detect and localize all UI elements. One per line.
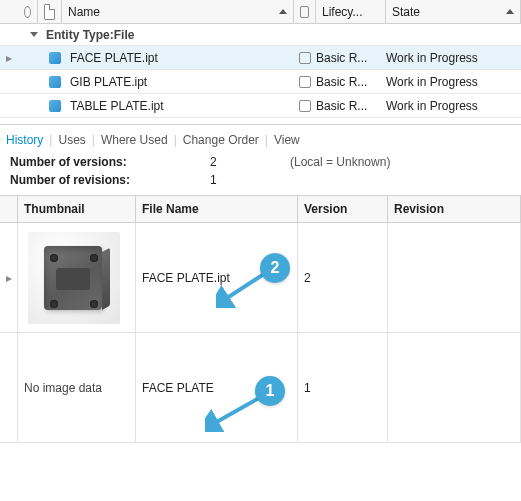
row-handle[interactable] xyxy=(0,333,18,442)
detail-tabs: History| Uses| Where Used| Change Order|… xyxy=(0,124,521,153)
lifecycle-checkbox[interactable] xyxy=(299,52,311,64)
tab-uses[interactable]: Uses xyxy=(58,133,85,147)
tab-where-used[interactable]: Where Used xyxy=(101,133,168,147)
file-name: FACE PLATE.ipt xyxy=(70,51,158,65)
revision-cell xyxy=(388,223,521,332)
lifecycle-checkbox[interactable] xyxy=(299,76,311,88)
versions-value: 2 xyxy=(210,155,290,169)
sort-asc-icon xyxy=(506,9,514,14)
file-row[interactable]: ▸FACE PLATE.iptBasic R...Work in Progres… xyxy=(0,46,521,70)
thumbnail-cell: No image data xyxy=(18,333,136,442)
svg-line-3 xyxy=(213,398,259,424)
file-name: GIB PLATE.ipt xyxy=(70,75,147,89)
select-all-radio[interactable] xyxy=(24,6,31,18)
sort-asc-icon xyxy=(279,9,287,14)
column-header-name[interactable]: Name xyxy=(62,0,294,23)
callout-arrow-2 xyxy=(216,268,268,308)
group-label: Entity Type:File xyxy=(46,28,134,42)
no-image-label: No image data xyxy=(24,381,102,395)
file-list-body: ▸FACE PLATE.iptBasic R...Work in Progres… xyxy=(0,46,521,118)
tab-view[interactable]: View xyxy=(274,133,300,147)
lifecycle-checkbox[interactable] xyxy=(299,100,311,112)
file-name: TABLE PLATE.ipt xyxy=(70,99,164,113)
lifecycle-value: Basic R... xyxy=(316,51,367,65)
file-list-header: Name Lifecy... State xyxy=(0,0,521,24)
revisions-value: 1 xyxy=(210,173,290,187)
svg-line-1 xyxy=(224,274,264,300)
doc-type-icon xyxy=(44,4,55,20)
callout-badge-2: 2 xyxy=(260,253,290,283)
thumbnail-cell xyxy=(18,223,136,332)
ipt-file-icon xyxy=(48,51,62,65)
state-value: Work in Progress xyxy=(386,51,478,65)
tab-change-order[interactable]: Change Order xyxy=(183,133,259,147)
lifecycle-checkbox-header[interactable] xyxy=(300,6,309,18)
revision-cell xyxy=(388,333,521,442)
file-row[interactable]: GIB PLATE.iptBasic R...Work in Progress xyxy=(0,70,521,94)
column-header-state[interactable]: State xyxy=(386,0,521,23)
callout-badge-1: 1 xyxy=(255,376,285,406)
part-thumbnail xyxy=(24,228,124,328)
column-header-revision[interactable]: Revision xyxy=(388,196,521,222)
lifecycle-value: Basic R... xyxy=(316,99,367,113)
version-cell: 2 xyxy=(298,223,388,332)
file-row[interactable]: TABLE PLATE.iptBasic R...Work in Progres… xyxy=(0,94,521,118)
tab-history[interactable]: History xyxy=(6,133,43,147)
history-grid-header: Thumbnail File Name Version Revision xyxy=(0,195,521,223)
state-value: Work in Progress xyxy=(386,99,478,113)
ipt-file-icon xyxy=(48,75,62,89)
group-header-entity-type[interactable]: Entity Type:File xyxy=(0,24,521,46)
version-cell: 1 xyxy=(298,333,388,442)
column-header-thumbnail[interactable]: Thumbnail xyxy=(18,196,136,222)
row-handle[interactable]: ▸ xyxy=(0,223,18,332)
versions-local: (Local = Unknown) xyxy=(290,155,390,169)
version-summary: Number of versions: 2 (Local = Unknown) … xyxy=(0,153,521,195)
callout-arrow-1 xyxy=(205,392,263,432)
column-header-lifecycle[interactable]: Lifecy... xyxy=(316,0,386,23)
row-handle[interactable]: ▸ xyxy=(0,51,18,65)
revisions-label: Number of revisions: xyxy=(10,173,210,187)
expand-collapse-icon[interactable] xyxy=(30,32,38,37)
ipt-file-icon xyxy=(48,99,62,113)
column-header-version[interactable]: Version xyxy=(298,196,388,222)
state-value: Work in Progress xyxy=(386,75,478,89)
column-header-filename[interactable]: File Name xyxy=(136,196,298,222)
lifecycle-value: Basic R... xyxy=(316,75,367,89)
versions-label: Number of versions: xyxy=(10,155,210,169)
